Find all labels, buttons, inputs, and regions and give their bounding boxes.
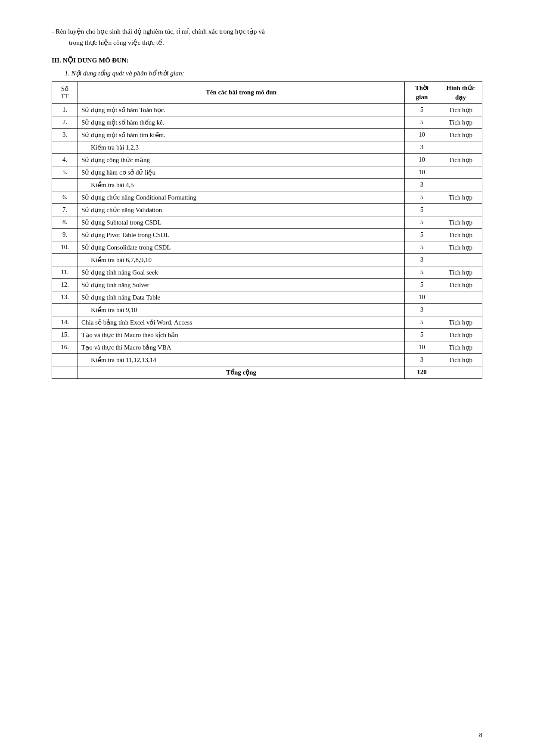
table-row: 4. Sử dụng công thức mảng 10 Tích hợp [52, 153, 482, 166]
header-hinhthuc-bottom: dạy [439, 93, 482, 104]
table-row: Kiểm tra bài 4,5 3 [52, 178, 482, 191]
row-hinhthuc [439, 253, 482, 266]
row-stt: 15. [52, 328, 78, 341]
row-ten: Sử dụng Pivot Table trong CSDL [78, 228, 405, 241]
table-row: 6. Sử dụng chức năng Conditional Formatt… [52, 191, 482, 203]
row-stt [52, 303, 78, 316]
table-row: 8. Sử dụng Subtotal trong CSDL 5 Tích hợ… [52, 216, 482, 228]
row-stt: 5. [52, 166, 78, 178]
row-stt [52, 141, 78, 153]
row-hinhthuc [439, 303, 482, 316]
page: - Rèn luyện cho học sinh thái độ nghiêm … [0, 0, 534, 756]
row-time: 10 [405, 128, 439, 141]
row-time: 3 [405, 253, 439, 266]
row-ten: Kiểm tra bài 1,2,3 [78, 141, 405, 153]
row-hinhthuc [439, 203, 482, 216]
row-ten: Chia sẻ bảng tính Excel với Word, Access [78, 316, 405, 328]
row-time: 10 [405, 341, 439, 353]
row-hinhthuc [439, 291, 482, 303]
row-time: 5 [405, 103, 439, 116]
row-time: 3 [405, 141, 439, 153]
row-hinhthuc: Tích hợp [439, 103, 482, 116]
row-hinhthuc: Tích hợp [439, 228, 482, 241]
row-stt [52, 353, 78, 366]
row-hinhthuc: Tích hợp [439, 241, 482, 253]
header-thoigian-bottom: gian [405, 93, 439, 104]
row-time: 10 [405, 153, 439, 166]
total-label: Tổng cộng [78, 366, 405, 378]
row-hinhthuc [439, 141, 482, 153]
row-stt: 1. [52, 103, 78, 116]
row-hinhthuc: Tích hợp [439, 153, 482, 166]
row-ten: Sử dụng tính năng Solver [78, 278, 405, 291]
row-hinhthuc: Tích hợp [439, 278, 482, 291]
table-row: Kiểm tra bài 1,2,3 3 [52, 141, 482, 153]
row-time: 5 [405, 266, 439, 278]
row-ten: Sử dụng tính năng Goal seek [78, 266, 405, 278]
row-time: 3 [405, 303, 439, 316]
table-row: 5. Sử dụng hàm cơ sở dữ liệu 10 [52, 166, 482, 178]
table-row: Kiểm tra bài 6,7,8,9,10 3 [52, 253, 482, 266]
row-ten: Sử dụng một số hàm Toán học. [78, 103, 405, 116]
intro-paragraph: - Rèn luyện cho học sinh thái độ nghiêm … [52, 26, 482, 49]
row-ten: Sử dụng Subtotal trong CSDL [78, 216, 405, 228]
table-row: 16. Tạo và thực thi Macro bằng VBA 10 Tí… [52, 341, 482, 353]
header-thoigian-top: Thời [405, 81, 439, 93]
row-ten: Sử dụng một số hàm tìm kiếm. [78, 128, 405, 141]
row-time: 5 [405, 116, 439, 128]
row-hinhthuc: Tích hợp [439, 266, 482, 278]
row-ten: Kiểm tra bài 11,12,13,14 [78, 353, 405, 366]
table-row: 10. Sử dụng Consolidate trong CSDL 5 Tíc… [52, 241, 482, 253]
table-row: 3. Sử dụng một số hàm tìm kiếm. 10 Tích … [52, 128, 482, 141]
row-time: 10 [405, 166, 439, 178]
row-stt [52, 253, 78, 266]
row-time: 3 [405, 178, 439, 191]
table-row: 12. Sử dụng tính năng Solver 5 Tích hợp [52, 278, 482, 291]
row-stt: 12. [52, 278, 78, 291]
row-time: 5 [405, 203, 439, 216]
table-row: 2. Sử dụng một số hàm thống kê. 5 Tích h… [52, 116, 482, 128]
row-ten: Tạo và thực thi Macro theo kịch bản [78, 328, 405, 341]
row-stt: 3. [52, 128, 78, 141]
row-stt: 9. [52, 228, 78, 241]
row-hinhthuc: Tích hợp [439, 216, 482, 228]
row-time: 3 [405, 353, 439, 366]
row-stt: 14. [52, 316, 78, 328]
table-row: 11. Sử dụng tính năng Goal seek 5 Tích h… [52, 266, 482, 278]
row-time: 5 [405, 241, 439, 253]
table-row: 1. Sử dụng một số hàm Toán học. 5 Tích h… [52, 103, 482, 116]
row-hinhthuc: Tích hợp [439, 116, 482, 128]
row-ten: Sử dụng chức năng Conditional Formatting [78, 191, 405, 203]
row-stt: 10. [52, 241, 78, 253]
content-table: Số TT Tên các bài trong mô đun Thời Hình… [52, 81, 482, 379]
table-row: 15. Tạo và thực thi Macro theo kịch bản … [52, 328, 482, 341]
row-hinhthuc [439, 178, 482, 191]
header-ten: Tên các bài trong mô đun [78, 81, 405, 103]
row-ten: Sử dụng công thức mảng [78, 153, 405, 166]
row-hinhthuc: Tích hợp [439, 353, 482, 366]
row-stt: 13. [52, 291, 78, 303]
row-stt: 6. [52, 191, 78, 203]
row-stt: 4. [52, 153, 78, 166]
row-time: 5 [405, 278, 439, 291]
table-row: Kiểm tra bài 9,10 3 [52, 303, 482, 316]
page-number: 8 [479, 731, 483, 739]
row-stt: 7. [52, 203, 78, 216]
intro-line1: - Rèn luyện cho học sinh thái độ nghiêm … [52, 26, 482, 37]
row-ten: Sử dụng hàm cơ sở dữ liệu [78, 166, 405, 178]
table-row: Kiểm tra bài 11,12,13,14 3 Tích hợp [52, 353, 482, 366]
row-ten: Kiểm tra bài 9,10 [78, 303, 405, 316]
section-title: III. NỘI DUNG MÔ ĐUN: [52, 56, 482, 64]
table-row: 9. Sử dụng Pivot Table trong CSDL 5 Tích… [52, 228, 482, 241]
row-time: 5 [405, 328, 439, 341]
total-time: 120 [405, 366, 439, 378]
table-row: 14. Chia sẻ bảng tính Excel với Word, Ac… [52, 316, 482, 328]
row-time: 5 [405, 191, 439, 203]
row-time: 5 [405, 316, 439, 328]
row-ten: Tạo và thực thi Macro bằng VBA [78, 341, 405, 353]
row-ten: Sử dụng một số hàm thống kê. [78, 116, 405, 128]
row-hinhthuc: Tích hợp [439, 128, 482, 141]
header-hinhthuc-top: Hình thức [439, 81, 482, 93]
row-hinhthuc: Tích hợp [439, 341, 482, 353]
row-ten: Sử dụng Consolidate trong CSDL [78, 241, 405, 253]
